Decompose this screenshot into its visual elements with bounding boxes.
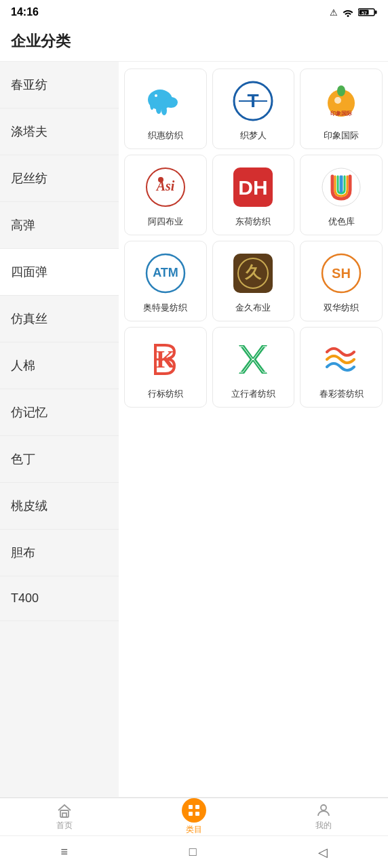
company-grid: 织惠纺织 T 织梦人 印象国际 印 [119, 62, 388, 797]
company-logo-yinxiang: 印象国际 [317, 77, 365, 125]
bottom-nav: 首页 类目 我的 [0, 797, 388, 835]
company-name-asi: 阿四布业 [148, 216, 183, 228]
company-card-lixingzhe[interactable]: 立行者纺织 [212, 327, 295, 408]
company-logo-youseku [317, 163, 365, 211]
company-card-jinjiu[interactable]: 久 金久布业 [212, 241, 295, 321]
company-name-zhihui: 织惠纺织 [148, 130, 183, 142]
nav-profile-label: 我的 [315, 820, 332, 831]
svg-text:印象国际: 印象国际 [330, 111, 353, 117]
svg-rect-42 [195, 812, 199, 816]
svg-text:久: 久 [244, 264, 262, 281]
sidebar-item-fanjiyi[interactable]: 仿记忆 [0, 389, 119, 436]
profile-icon [315, 802, 332, 818]
company-logo-atm: ATM [142, 250, 189, 297]
company-card-asi[interactable]: Asi 阿四布业 [124, 155, 207, 235]
company-card-atm[interactable]: ATM 奥特曼纺织 [124, 241, 207, 321]
company-logo-lixingzhe [229, 336, 277, 383]
svg-text:DH: DH [239, 176, 268, 199]
svg-point-15 [334, 97, 341, 104]
svg-text:SH: SH [332, 266, 351, 281]
company-card-dh[interactable]: DH 东荷纺织 [212, 155, 295, 235]
nav-category-label: 类目 [186, 824, 202, 835]
company-name-hangbiao: 行标纺织 [148, 389, 183, 400]
sidebar-item-seding[interactable]: 色丁 [0, 436, 119, 483]
company-name-zhimeng: 织梦人 [240, 130, 267, 142]
page-header: 企业分类 [0, 24, 388, 62]
company-card-zhimeng[interactable]: T 织梦人 [212, 68, 295, 149]
wifi-icon [342, 7, 354, 17]
home-icon [56, 802, 73, 818]
company-name-chuncai: 春彩荟纺织 [319, 389, 364, 400]
svg-point-8 [150, 99, 154, 110]
svg-text:K: K [156, 346, 175, 373]
company-name-atm: 奥特曼纺织 [143, 302, 187, 314]
svg-text:Asi: Asi [155, 178, 174, 193]
status-time: 14:16 [11, 6, 39, 18]
company-name-dh: 东荷纺织 [235, 216, 271, 228]
company-card-hangbiao[interactable]: K 行标纺织 [124, 327, 207, 408]
svg-point-9 [155, 94, 157, 97]
company-card-shuanghua[interactable]: SH 双华纺织 [300, 241, 383, 321]
sidebar-item-nisifen[interactable]: 尼丝纺 [0, 155, 119, 202]
company-logo-asi: Asi [142, 163, 189, 211]
sidebar-item-simiantan[interactable]: 四面弹 [0, 249, 119, 296]
nav-home-label: 首页 [56, 820, 73, 831]
sidebar-item-taopirong[interactable]: 桃皮绒 [0, 483, 119, 530]
svg-point-19 [158, 177, 163, 182]
page-title: 企业分类 [11, 33, 71, 50]
battery-icon: 57 [358, 7, 377, 17]
svg-point-14 [337, 85, 345, 96]
company-logo-jinjiu: 久 [229, 250, 277, 297]
sidebar-item-t400[interactable]: T400 [0, 576, 119, 621]
system-back-button[interactable]: ◁ [318, 845, 328, 860]
svg-rect-1 [375, 11, 377, 14]
company-name-lixingzhe: 立行者纺织 [231, 389, 275, 400]
nav-category[interactable]: 类目 [130, 798, 259, 835]
company-logo-chuncai [317, 336, 365, 383]
company-card-chuncai[interactable]: 春彩荟纺织 [300, 327, 383, 408]
company-logo-shuanghua: SH [317, 250, 365, 297]
status-icons: ⚠ 57 [330, 7, 377, 18]
sidebar-item-tutafu[interactable]: 涤塔夫 [0, 108, 119, 155]
company-name-shuanghua: 双华纺织 [324, 302, 359, 314]
company-logo-dh: DH [229, 163, 277, 211]
svg-point-43 [321, 805, 326, 810]
status-bar: 14:16 ⚠ 57 [0, 0, 388, 24]
company-logo-zhimeng: T [229, 77, 277, 125]
sidebar-item-gaodan[interactable]: 高弹 [0, 202, 119, 249]
svg-rect-41 [189, 812, 193, 816]
svg-rect-37 [60, 810, 69, 817]
company-name-jinjiu: 金久布业 [235, 302, 271, 314]
company-card-yinxiang[interactable]: 印象国际 印象国际 [300, 68, 383, 149]
sidebar-item-chunyafang[interactable]: 春亚纺 [0, 62, 119, 108]
nav-profile[interactable]: 我的 [258, 798, 388, 835]
warning-icon: ⚠ [330, 7, 338, 18]
company-logo-zhihui [142, 77, 189, 125]
sidebar-item-renman[interactable]: 人棉 [0, 342, 119, 389]
sidebar: 春亚纺 涤塔夫 尼丝纺 高弹 四面弹 仿真丝 人棉 仿记忆 色丁 桃皮绒 胆布 … [0, 62, 119, 797]
svg-text:57: 57 [362, 11, 367, 16]
company-card-youseku[interactable]: 优色库 [300, 155, 383, 235]
system-bar: ≡ □ ◁ [0, 835, 388, 868]
sidebar-item-fanzhensi[interactable]: 仿真丝 [0, 296, 119, 342]
system-home-button[interactable]: □ [189, 845, 197, 859]
svg-point-6 [156, 104, 161, 114]
svg-rect-39 [189, 805, 193, 809]
company-card-zhihui[interactable]: 织惠纺织 [124, 68, 207, 149]
company-name-youseku: 优色库 [328, 216, 355, 228]
nav-home[interactable]: 首页 [0, 798, 130, 835]
svg-rect-40 [195, 805, 199, 809]
svg-rect-38 [62, 813, 66, 817]
company-name-yinxiang: 印象国际 [324, 130, 359, 142]
company-logo-hangbiao: K [142, 336, 189, 383]
main-layout: 春亚纺 涤塔夫 尼丝纺 高弹 四面弹 仿真丝 人棉 仿记忆 色丁 桃皮绒 胆布 … [0, 62, 388, 797]
system-menu-button[interactable]: ≡ [60, 845, 68, 859]
svg-point-5 [164, 97, 178, 108]
svg-point-7 [161, 106, 167, 115]
sidebar-item-danbu[interactable]: 胆布 [0, 530, 119, 576]
category-icon [182, 798, 206, 823]
svg-text:ATM: ATM [153, 266, 178, 279]
